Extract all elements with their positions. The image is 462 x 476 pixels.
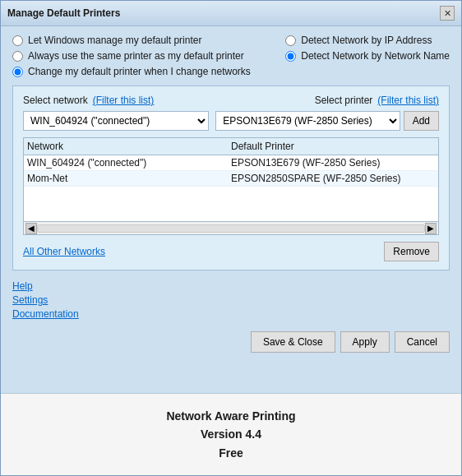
- detect2-label: Detect Network by Network Name: [301, 50, 450, 62]
- save-close-button[interactable]: Save & Close: [251, 331, 335, 353]
- footer-section: Network Aware Printing Version 4.4 Free: [1, 393, 461, 475]
- printer-header-group: Select printer (Filter this list): [315, 95, 439, 106]
- scrollbar-track[interactable]: [37, 224, 425, 233]
- table-body: WIN_604924 ("connected") EPSON13E679 (WF…: [24, 155, 438, 221]
- table-row[interactable]: WIN_604924 ("connected") EPSON13E679 (WF…: [24, 155, 438, 171]
- cancel-button[interactable]: Cancel: [395, 331, 450, 353]
- links-section: Help Settings Documentation: [12, 280, 450, 320]
- dropdown-row: WIN_604924 ("connected") Mom-Net EPSON13…: [23, 111, 439, 131]
- row2-printer: EPSON2850SPARE (WF-2850 Series): [231, 173, 435, 184]
- network-dropdown-wrapper: WIN_604924 ("connected") Mom-Net: [23, 111, 209, 131]
- filter-printer-link[interactable]: (Filter this list): [377, 95, 439, 106]
- row1-printer: EPSON13E679 (WF-2850 Series): [231, 157, 435, 169]
- radio-detect-name[interactable]: [285, 51, 296, 62]
- all-other-networks-link[interactable]: All Other Networks: [23, 246, 105, 257]
- network-dropdown[interactable]: WIN_604924 ("connected") Mom-Net: [23, 111, 209, 131]
- radio-windows-manage[interactable]: [12, 35, 23, 46]
- select-printer-label: Select printer: [315, 95, 373, 106]
- scroll-left-button[interactable]: ◀: [25, 223, 37, 234]
- top-options-row: Let Windows manage my default printer Al…: [12, 35, 450, 77]
- radio-change-networks[interactable]: [12, 67, 23, 77]
- add-button[interactable]: Add: [404, 111, 439, 131]
- radio-same-printer[interactable]: [12, 51, 23, 62]
- action-buttons: Save & Close Apply Cancel: [12, 331, 450, 358]
- row2-network: Mom-Net: [27, 173, 231, 184]
- horizontal-scrollbar[interactable]: ◀ ▶: [24, 221, 438, 234]
- network-header-group: Select network (Filter this list): [23, 95, 154, 106]
- close-button[interactable]: ✕: [440, 6, 455, 21]
- title-bar: Manage Default Printers ✕: [1, 1, 461, 26]
- footer-line3: Free: [14, 444, 448, 462]
- radio2-label: Always use the same printer as my defaul…: [28, 50, 244, 62]
- detect2-row: Detect Network by Network Name: [285, 50, 450, 62]
- col-header-network: Network: [27, 141, 231, 152]
- radio3-row: Change my default printer when I change …: [12, 66, 251, 77]
- detect1-row: Detect Network by IP Address: [285, 35, 450, 46]
- row1-network: WIN_604924 ("connected"): [27, 157, 231, 169]
- detect1-label: Detect Network by IP Address: [301, 35, 432, 46]
- filter-network-link[interactable]: (Filter this list): [93, 95, 155, 106]
- help-link[interactable]: Help: [12, 280, 450, 292]
- main-window: Manage Default Printers ✕ Let Windows ma…: [0, 0, 462, 476]
- all-other-row: All Other Networks Remove: [23, 242, 439, 261]
- printer-dropdown-wrapper: EPSON13E679 (WF-2850 Series) EPSON2850SP…: [215, 111, 439, 131]
- settings-link[interactable]: Settings: [12, 294, 450, 306]
- table-row[interactable]: Mom-Net EPSON2850SPARE (WF-2850 Series): [24, 171, 438, 187]
- radio3-label: Change my default printer when I change …: [28, 66, 251, 77]
- remove-button[interactable]: Remove: [384, 242, 439, 261]
- printer-dropdown[interactable]: EPSON13E679 (WF-2850 Series) EPSON2850SP…: [215, 111, 400, 131]
- radio2-row: Always use the same printer as my defaul…: [12, 50, 251, 62]
- footer-line1: Network Aware Printing: [14, 407, 448, 425]
- select-network-label: Select network: [23, 95, 88, 106]
- section-header: Select network (Filter this list) Select…: [23, 95, 439, 106]
- network-printer-table: Network Default Printer WIN_604924 ("con…: [23, 137, 439, 235]
- apply-button[interactable]: Apply: [340, 331, 390, 353]
- window-title: Manage Default Printers: [7, 7, 120, 19]
- table-header-row: Network Default Printer: [24, 138, 438, 155]
- radio1-label: Let Windows manage my default printer: [28, 35, 201, 46]
- network-printer-section: Select network (Filter this list) Select…: [12, 85, 450, 270]
- main-content: Let Windows manage my default printer Al…: [1, 26, 461, 393]
- radio-detect-ip[interactable]: [285, 35, 296, 46]
- documentation-link[interactable]: Documentation: [12, 308, 450, 320]
- col-header-printer: Default Printer: [231, 141, 435, 152]
- footer-line2: Version 4.4: [14, 425, 448, 443]
- scroll-right-button[interactable]: ▶: [425, 223, 437, 234]
- radio1-row: Let Windows manage my default printer: [12, 35, 251, 46]
